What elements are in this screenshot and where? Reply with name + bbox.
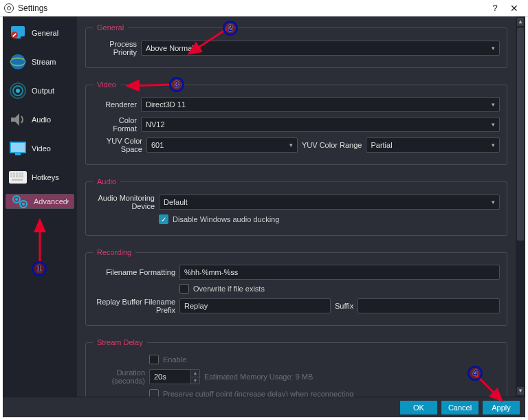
close-button[interactable]: ✕ <box>505 3 524 14</box>
renderer-select[interactable]: Direct3D 11 <box>141 97 500 112</box>
checkbox-icon <box>149 389 159 397</box>
replay-prefix-label: Replay Buffer Filename Prefix <box>93 298 175 314</box>
color-format-select[interactable]: NV12 <box>141 117 500 132</box>
stream-delay-enable-checkbox[interactable]: Enable <box>149 355 186 364</box>
apply-button[interactable]: Apply <box>483 401 520 415</box>
yuv-range-select[interactable]: Partial <box>366 137 500 153</box>
spin-down-icon: ▼ <box>190 377 200 384</box>
output-icon <box>8 81 28 100</box>
preserve-cutoff-checkbox: Preserve cutoff point (increase delay) w… <box>149 389 353 397</box>
sidebar-item-hotkeys[interactable]: Hotkeys <box>6 165 74 190</box>
sidebar-item-advanced[interactable]: Advanced <box>6 194 74 209</box>
audio-ducking-label: Disable Windows audio ducking <box>173 215 279 223</box>
group-legend: Recording <box>93 248 135 256</box>
overwrite-checkbox[interactable]: Overwrite if file exists <box>179 284 265 294</box>
filename-format-label: Filename Formatting <box>93 268 175 276</box>
advanced-icon <box>10 192 30 211</box>
video-icon <box>8 139 28 158</box>
group-legend: Video <box>93 80 120 89</box>
delay-duration-input <box>149 369 190 384</box>
svg-rect-15 <box>16 173 18 175</box>
svg-point-26 <box>15 198 18 201</box>
svg-rect-11 <box>15 153 21 155</box>
yuv-space-label: YUV Color Space <box>93 137 142 153</box>
scrollbar-thumb[interactable] <box>517 27 524 241</box>
sidebar-item-audio[interactable]: Audio <box>6 107 74 132</box>
replay-suffix-input[interactable] <box>358 298 500 313</box>
replay-suffix-label: Suffix <box>335 302 353 310</box>
color-format-label: Color Format <box>93 116 137 133</box>
sidebar-item-label: Output <box>32 87 54 95</box>
svg-rect-23 <box>12 179 23 181</box>
svg-rect-21 <box>19 175 21 177</box>
group-general: General Process Priority Above Normal <box>85 23 507 68</box>
sidebar-item-general[interactable]: General <box>6 21 74 45</box>
dialog-footer: OK Cancel Apply <box>3 397 525 417</box>
checkbox-icon <box>179 284 189 294</box>
filename-format-input[interactable] <box>179 265 500 280</box>
group-video: Video Renderer Direct3D 11 Color Format … <box>85 80 507 165</box>
audio-monitor-select[interactable]: Default <box>159 195 500 210</box>
sidebar-item-label: Hotkeys <box>32 173 59 181</box>
cancel-button[interactable]: Cancel <box>441 401 478 415</box>
hotkeys-icon <box>8 168 28 187</box>
window-title: Settings <box>18 3 47 13</box>
sidebar-item-video[interactable]: Video <box>6 136 74 161</box>
renderer-label: Renderer <box>93 100 137 109</box>
yuv-range-label: YUV Color Range <box>302 141 362 149</box>
svg-rect-19 <box>13 175 15 177</box>
svg-rect-16 <box>19 173 21 175</box>
general-icon <box>8 23 28 43</box>
group-legend: Stream Delay <box>93 338 147 346</box>
process-priority-label: Process Priority <box>93 40 137 56</box>
svg-rect-22 <box>21 175 23 177</box>
svg-rect-10 <box>11 143 25 152</box>
scroll-down-icon[interactable]: ▼ <box>517 387 524 395</box>
scroll-up-icon[interactable]: ▲ <box>517 18 524 26</box>
sidebar-item-stream[interactable]: Stream <box>6 49 74 74</box>
svg-rect-13 <box>10 173 12 175</box>
titlebar: Settings ? ✕ <box>0 0 528 16</box>
vertical-scrollbar[interactable]: ▲ ▼ <box>516 16 525 397</box>
yuv-space-select[interactable]: 601 <box>146 137 298 153</box>
delay-duration-label: Duration (seconds) <box>93 368 145 385</box>
sidebar-item-label: Video <box>32 144 51 153</box>
stream-delay-enable-label: Enable <box>163 355 186 364</box>
delay-memory-label: Estimated Memory Usage: 9 MB <box>204 373 313 381</box>
group-stream-delay: Stream Delay Enable Duration (seconds) <box>85 338 507 397</box>
svg-rect-20 <box>16 175 18 177</box>
overwrite-label: Overwrite if file exists <box>193 285 265 293</box>
spin-up-icon: ▲ <box>190 369 200 377</box>
checkbox-icon <box>149 355 159 364</box>
group-audio: Audio Audio Monitoring Device Default ✓ … <box>85 177 507 236</box>
checkbox-icon: ✓ <box>159 214 168 224</box>
svg-point-27 <box>22 203 25 206</box>
audio-icon <box>8 110 28 129</box>
sidebar-item-label: Audio <box>32 115 51 124</box>
group-legend: General <box>93 23 128 32</box>
sidebar-item-label: General <box>32 29 58 37</box>
svg-point-4 <box>10 54 25 69</box>
group-recording: Recording Filename Formatting Overwrite … <box>85 248 507 326</box>
stream-icon <box>8 52 28 71</box>
svg-rect-17 <box>21 173 23 175</box>
svg-point-6 <box>16 89 20 93</box>
svg-rect-18 <box>10 175 12 177</box>
settings-content: General Process Priority Above Normal Vi… <box>77 16 516 397</box>
sidebar-item-output[interactable]: Output <box>6 78 74 103</box>
preserve-cutoff-label: Preserve cutoff point (increase delay) w… <box>163 390 353 397</box>
delay-duration-spinner: ▲▼ <box>149 369 200 384</box>
sidebar: General Stream Output <box>3 16 77 397</box>
sidebar-item-label: Advanced <box>34 197 67 206</box>
replay-prefix-input[interactable] <box>179 298 331 313</box>
group-legend: Audio <box>93 177 120 186</box>
svg-rect-14 <box>13 173 15 175</box>
help-button[interactable]: ? <box>485 3 505 13</box>
audio-monitor-label: Audio Monitoring Device <box>93 194 155 210</box>
obs-logo-icon <box>4 3 14 13</box>
process-priority-select[interactable]: Above Normal <box>141 41 500 56</box>
audio-ducking-checkbox[interactable]: ✓ Disable Windows audio ducking <box>159 214 279 224</box>
ok-button[interactable]: OK <box>400 401 437 415</box>
sidebar-item-label: Stream <box>32 58 56 66</box>
